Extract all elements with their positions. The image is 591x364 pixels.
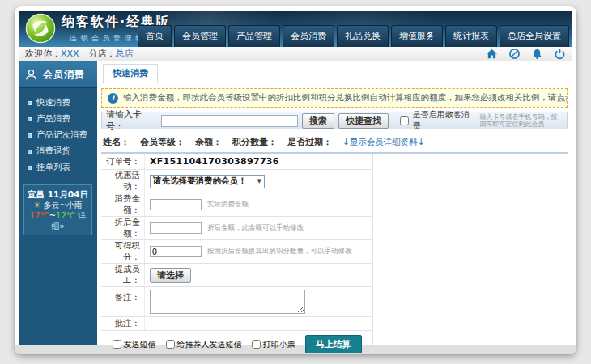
order-label: 订单号： [101, 154, 145, 169]
content-row: 会员消费 快速消费 产品消费 产品记次消费 消费退货 [19, 61, 572, 345]
nav-tab-home[interactable]: 首页 [138, 25, 172, 47]
weather-temps: 17℃~12℃ 详细» [26, 210, 90, 231]
print-receipt-checkbox[interactable] [252, 340, 261, 349]
sidebar: 会员消费 快速消费 产品消费 产品记次消费 消费退货 [19, 61, 97, 345]
note-row: 批注： [101, 317, 372, 331]
points-label: 可得积分： [101, 240, 145, 263]
notice-bar: i 输入消费金额，即按此会员等级设置中的折扣比例和积分兑换比例自动计算相应的额度… [101, 88, 568, 108]
member-points-label: 积分数量： [232, 136, 277, 148]
referrer-sms-label: 给推荐人发送短信 [177, 339, 242, 350]
welcome-label: 欢迎你： [25, 48, 61, 60]
bullet-icon [28, 117, 32, 121]
bullet-icon [28, 166, 32, 170]
notice-text: 输入消费金额，即按此会员等级设置中的折扣比例和积分兑换比例自动计算相应的额度，如… [123, 92, 568, 104]
sidebar-item-label: 产品记次消费 [36, 129, 87, 141]
note-label: 批注： [101, 317, 145, 330]
promo-select[interactable]: 请先选择要消费的会员！ ▼ [150, 175, 265, 188]
sidebar-item-label: 挂单列表 [36, 162, 70, 173]
discount-row: 折后金额： 折后金额，此金额可以手动修改 [101, 217, 372, 240]
order-row: 订单号： XF151104170303897736 [101, 154, 372, 170]
nav-tab-product-mgmt[interactable]: 产品管理 [228, 25, 280, 47]
promo-selected-value: 请先选择要消费的会员！ [153, 176, 247, 187]
tab-quick-consume[interactable]: 快速消费 [103, 64, 158, 83]
weather-city-date: 宜昌 11月04日 [26, 189, 90, 200]
search-button[interactable]: 搜索 [302, 113, 334, 129]
referrer-sms-checkbox[interactable] [166, 340, 175, 349]
sidebar-item-label: 产品消费 [36, 113, 70, 125]
member-level-label: 会员等级： [140, 136, 185, 148]
member-balance-label: 余额： [195, 136, 222, 148]
points-input[interactable] [150, 246, 202, 257]
promo-row: 优惠活动： 请先选择要消费的会员！ ▼ [101, 170, 372, 193]
nav-tab-member-mgmt[interactable]: 会员管理 [174, 25, 226, 47]
sidebar-item-pending-orders[interactable]: 挂单列表 [19, 159, 97, 176]
discount-label: 折后金额： [101, 217, 145, 239]
nav-tab-value-added[interactable]: 增值服务 [391, 25, 443, 47]
discount-hint: 折后金额，此金额可以手动修改 [207, 223, 304, 233]
top-nav: 首页 会员管理 产品管理 会员消费 礼品兑换 增值服务 统计报表 总店全局设置 [138, 25, 569, 47]
points-hint: 按照折后金额换算出的积分数量，可以手动修改 [207, 247, 352, 256]
amount-row: 消费金额： 实际消费金额 [101, 193, 372, 217]
sidebar-header: 会员消费 [19, 61, 97, 88]
sidebar-menu: 快速消费 产品消费 产品记次消费 消费退货 挂单列表 [19, 88, 97, 177]
sun-cloud-icon: ☀ [33, 201, 40, 210]
quick-find-button[interactable]: 快捷查找 [338, 113, 389, 129]
card-input-hint: 输入卡号或者手机号码，按回车即可定位到此会员 [480, 113, 563, 128]
remark-row: 备注： [101, 287, 372, 317]
member-info-row: 姓名： 会员等级： 余额： 积分数量： 是否过期： ↓显示会员详细资料↓ [101, 133, 568, 154]
print-receipt-label: 打印小票 [263, 339, 296, 350]
nav-tab-reports[interactable]: 统计报表 [445, 25, 497, 47]
discount-amount-input[interactable] [150, 222, 202, 234]
chevron-down-icon: ▼ [257, 178, 261, 184]
card-search-bar: 请输入卡号： 搜索 快捷查找 是否启用散客消费 输入卡号或者手机号码，按回车即可… [101, 112, 568, 129]
notification-bell-icon[interactable] [531, 48, 543, 60]
card-number-input[interactable] [161, 115, 298, 127]
remark-label: 备注： [101, 287, 145, 316]
sidebar-item-quick-consume[interactable]: 快速消费 [19, 95, 97, 111]
main-tab-strip: 快速消费 [101, 66, 568, 83]
app-logo-icon [25, 13, 56, 44]
bullet-icon [28, 101, 32, 105]
branch-link[interactable]: 总店 [116, 48, 134, 60]
sidebar-item-label: 快速消费 [36, 97, 70, 108]
sidebar-item-product-count-consume[interactable]: 产品记次消费 [19, 127, 97, 143]
power-logout-icon[interactable] [554, 48, 566, 60]
weather-condition: ☀ 多云~小雨 [26, 200, 90, 210]
member-detail-link[interactable]: ↓显示会员详细资料↓ [342, 137, 425, 148]
info-icon: i [108, 93, 118, 104]
sidebar-item-consume-refund[interactable]: 消费退货 [19, 143, 97, 159]
staff-label: 提成员工： [101, 264, 145, 286]
home-icon[interactable] [486, 48, 498, 60]
order-number: XF151104170303897736 [150, 156, 279, 167]
amount-hint: 实际消费金额 [207, 200, 249, 210]
walkin-consume-label: 是否启用散客消费 [413, 109, 474, 132]
sidebar-title: 会员消费 [43, 68, 85, 82]
nav-tab-gift-exchange[interactable]: 礼品兑换 [337, 25, 389, 47]
actions-row: 发送短信 给推荐人发送短信 打印小票 马上结算 [101, 331, 372, 354]
nav-tab-member-consume[interactable]: 会员消费 [283, 25, 334, 47]
temp-low: 12℃ [56, 211, 75, 220]
member-person-icon [24, 68, 38, 82]
settle-now-button[interactable]: 马上结算 [305, 335, 362, 353]
consume-form: 订单号： XF151104170303897736 优惠活动： 请先选择要消费的… [101, 154, 373, 354]
remark-textarea[interactable] [150, 290, 305, 314]
bullet-icon [28, 150, 32, 154]
select-staff-button[interactable]: 请选择 [150, 268, 191, 283]
amount-input[interactable] [150, 199, 202, 210]
promo-label: 优惠活动： [101, 170, 145, 193]
sidebar-item-label: 消费退货 [36, 146, 70, 157]
lock-screen-icon[interactable] [508, 48, 521, 60]
card-number-label: 请输入卡号： [106, 108, 157, 133]
walkin-consume-checkbox[interactable] [400, 116, 409, 125]
staff-row: 提成员工： 请选择 [101, 264, 372, 287]
sidebar-item-product-consume[interactable]: 产品消费 [19, 111, 97, 127]
member-name-label: 姓名： [103, 136, 130, 148]
main-panel: 快速消费 i 输入消费金额，即按此会员等级设置中的折扣比例和积分兑换比例自动计算… [97, 61, 572, 345]
nav-tab-global-settings[interactable]: 总店全局设置 [500, 25, 569, 47]
send-sms-checkbox[interactable] [113, 340, 121, 349]
branch-label: 分店： [89, 48, 116, 60]
app-header: 纳客软件·经典版 连锁会员管理软件 首页 会员管理 产品管理 会员消费 礼品兑换… [19, 11, 572, 47]
send-sms-label: 发送短信 [124, 339, 156, 350]
points-row: 可得积分： 按照折后金额换算出的积分数量，可以手动修改 [101, 240, 372, 264]
bullet-icon [28, 133, 32, 138]
